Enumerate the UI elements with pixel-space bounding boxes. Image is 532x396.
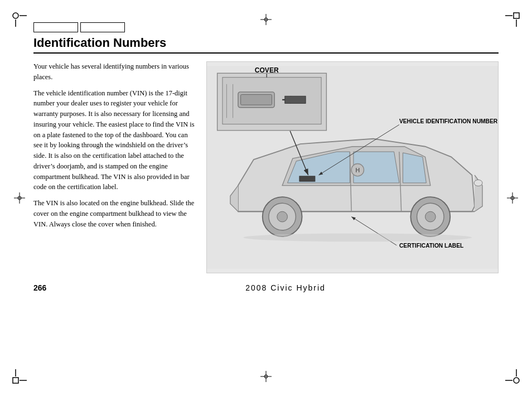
paragraph-1: Your vehicle has several identifying num… <box>33 61 195 83</box>
svg-point-38 <box>474 180 482 186</box>
svg-text:H: H <box>355 167 360 173</box>
paragraph-3: The VIN is also located on the engine bu… <box>33 198 195 229</box>
svg-text:COVER: COVER <box>255 66 279 74</box>
footer: 266 2008 Civic Hybrid <box>33 281 499 292</box>
footer-title: 2008 Civic Hybrid <box>72 283 499 292</box>
left-text-column: Your vehicle has several identifying num… <box>33 61 195 273</box>
svg-point-56 <box>243 233 472 242</box>
page: Identification Numbers Your vehicle has … <box>0 0 532 396</box>
tab-box-1 <box>33 22 78 32</box>
page-number: 266 <box>33 283 56 292</box>
tab-box-2 <box>80 22 125 32</box>
svg-text:CERTIFICATION LABEL: CERTIFICATION LABEL <box>399 243 463 249</box>
paragraph-2: The vehicle identification number (VIN) … <box>33 88 195 193</box>
svg-rect-47 <box>299 176 315 181</box>
svg-text:VEHICLE IDENTIFICATION NUMBER: VEHICLE IDENTIFICATION NUMBER <box>399 118 498 124</box>
svg-point-44 <box>277 211 288 222</box>
car-diagram: COVER <box>207 62 498 273</box>
main-content: Your vehicle has several identifying num… <box>33 61 499 273</box>
section-title: Identification Numbers <box>33 36 499 54</box>
tab-row <box>33 22 499 32</box>
header-section: Identification Numbers <box>33 22 499 54</box>
svg-rect-32 <box>285 96 306 103</box>
svg-point-41 <box>425 211 436 222</box>
svg-rect-30 <box>241 95 272 105</box>
diagram-area: COVER <box>206 61 499 273</box>
